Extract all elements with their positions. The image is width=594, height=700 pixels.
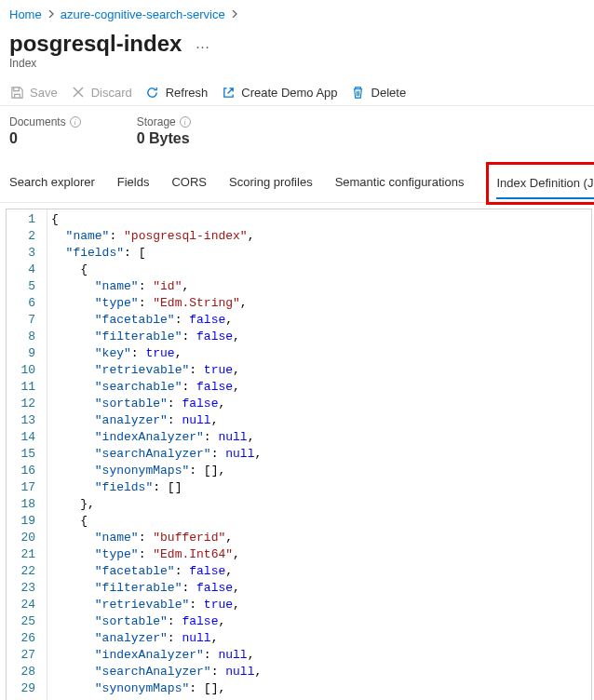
code-line: "indexAnalyzer": null, [51,429,591,446]
storage-label: Storage [137,115,176,128]
discard-label: Discard [91,86,132,100]
toolbar: Save Discard Refresh Create Demo App Del… [0,79,594,106]
code-line: "sortable": false, [51,396,591,412]
create-demo-label: Create Demo App [241,86,337,100]
save-button[interactable]: Save [9,85,58,100]
breadcrumb: Home azure-cognitive-search-service [0,0,594,29]
code-line: "retrievable": true, [51,597,591,613]
tab-cors[interactable]: CORS [171,168,207,196]
code-line: "facetable": false, [51,563,591,580]
code-line: "analyzer": null, [51,630,591,647]
code-line: "searchAnalyzer": null, [51,664,591,680]
chevron-right-icon [231,9,238,20]
info-icon[interactable]: i [70,116,81,128]
code-line: "name": "id", [51,278,591,295]
stats-row: Documents i 0 Storage i 0 Bytes [0,106,594,160]
save-icon [9,85,24,100]
breadcrumb-service[interactable]: azure-cognitive-search-service [61,7,225,21]
delete-icon [351,85,366,100]
line-gutter: 1234567891011121314151617181920212223242… [7,209,47,700]
code-line: { [51,513,591,530]
refresh-label: Refresh [166,86,209,100]
code-line: "fields": [] [51,479,591,496]
discard-button[interactable]: Discard [71,85,132,100]
code-line: "searchAnalyzer": null, [51,446,591,463]
code-line: { [51,262,591,278]
delete-label: Delete [371,86,407,100]
chevron-right-icon [47,9,55,20]
stat-storage: Storage i 0 Bytes [137,115,191,147]
code-line: "indexAnalyzer": null, [51,647,591,664]
stat-documents: Documents i 0 [9,115,81,147]
page-subtitle: Index [0,57,594,79]
tab-semantic[interactable]: Semantic configurations [335,168,465,196]
external-link-icon [221,85,236,100]
code-line: "type": "Edm.String", [51,295,591,312]
code-line: "facetable": false, [51,312,591,329]
info-icon[interactable]: i [180,116,191,128]
code-line: "name": "posgresql-index", [51,228,591,245]
storage-value: 0 Bytes [137,128,191,147]
code-line: "searchable": false, [51,379,591,396]
tab-fields[interactable]: Fields [117,168,150,196]
code-content[interactable]: { "name": "posgresql-index", "fields": [… [47,209,591,700]
code-line: "filterable": false, [51,329,591,345]
code-line: "key": true, [51,345,591,362]
discard-icon [71,85,86,100]
documents-value: 0 [9,128,81,147]
title-row: posgresql-index … [0,29,594,57]
refresh-icon [145,85,160,100]
create-demo-button[interactable]: Create Demo App [221,85,337,100]
code-line: "type": "Edm.Int64", [51,546,591,563]
json-editor[interactable]: 1234567891011121314151617181920212223242… [6,209,592,700]
highlight-box: Index Definition (JSON) [486,162,594,205]
code-line: "analyzer": null, [51,412,591,429]
delete-button[interactable]: Delete [351,85,407,100]
code-line: "sortable": false, [51,613,591,630]
code-line: "synonymMaps": [], [51,680,591,697]
breadcrumb-home[interactable]: Home [9,7,42,21]
code-line: "fields": [ [51,245,591,262]
refresh-button[interactable]: Refresh [145,85,209,100]
page-title: posgresql-index [9,31,182,57]
code-line: "retrievable": true, [51,362,591,379]
tab-search-explorer[interactable]: Search explorer [9,168,95,196]
documents-label: Documents [9,115,66,128]
code-line: }, [51,496,591,513]
code-line: "synonymMaps": [], [51,463,591,479]
code-line: "filterable": false, [51,580,591,597]
more-button[interactable]: … [191,35,213,52]
tab-index-definition[interactable]: Index Definition (JSON) [496,168,594,199]
tabs: Search explorer Fields CORS Scoring prof… [0,160,594,203]
tab-scoring[interactable]: Scoring profiles [229,168,313,196]
code-line: "name": "bufferid", [51,530,591,546]
code-line: { [51,211,591,228]
save-label: Save [30,86,58,100]
